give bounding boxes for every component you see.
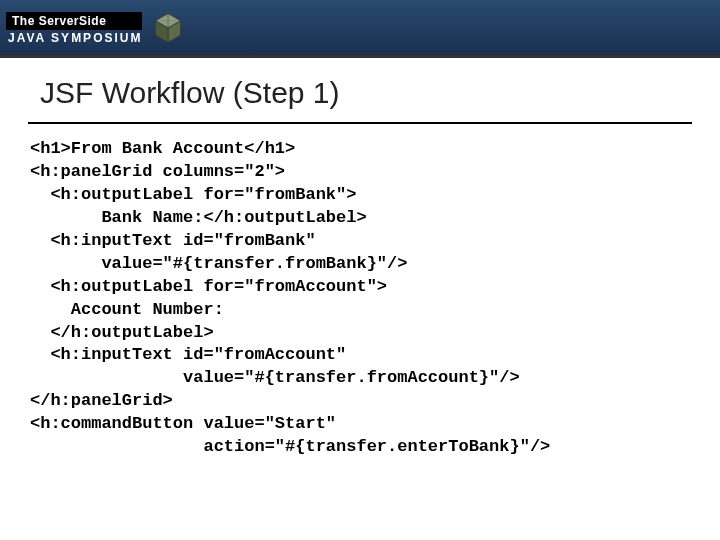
code-line: action="#{transfer.enterToBank}"/> (30, 437, 550, 456)
header-bar: The ServerSide JAVA SYMPOSIUM (0, 0, 720, 58)
logo-top-text: The ServerSide (6, 12, 142, 30)
code-line: Account Number: (30, 300, 224, 319)
slide-title: JSF Workflow (Step 1) (0, 58, 720, 118)
code-line: <h:commandButton value="Start" (30, 414, 336, 433)
code-block: <h1>From Bank Account</h1> <h:panelGrid … (0, 138, 720, 459)
title-underline (28, 122, 692, 124)
code-line: <h1>From Bank Account</h1> (30, 139, 295, 158)
code-line: </h:outputLabel> (30, 323, 214, 342)
code-line: <h:panelGrid columns="2"> (30, 162, 285, 181)
logo-block: The ServerSide JAVA SYMPOSIUM (6, 10, 186, 46)
code-line: Bank Name:</h:outputLabel> (30, 208, 367, 227)
code-line: value="#{transfer.fromAccount}"/> (30, 368, 520, 387)
logo-bottom-text: JAVA SYMPOSIUM (6, 30, 142, 44)
code-line: <h:outputLabel for="fromBank"> (30, 185, 356, 204)
code-line: </h:panelGrid> (30, 391, 173, 410)
code-line: <h:inputText id="fromAccount" (30, 345, 346, 364)
code-line: <h:inputText id="fromBank" (30, 231, 316, 250)
code-line: <h:outputLabel for="fromAccount"> (30, 277, 387, 296)
logo-text: The ServerSide JAVA SYMPOSIUM (6, 12, 142, 44)
cube-icon (150, 10, 186, 46)
code-line: value="#{transfer.fromBank}"/> (30, 254, 407, 273)
